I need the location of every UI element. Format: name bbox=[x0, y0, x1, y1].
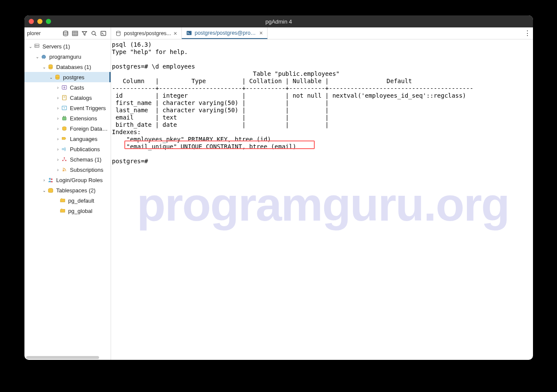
caret-down-icon[interactable]: ⌄ bbox=[28, 44, 33, 49]
tree-label: pg_default bbox=[68, 197, 109, 204]
svg-point-26 bbox=[62, 148, 64, 150]
tree-label: Servers (1) bbox=[42, 43, 109, 50]
minimize-window-button[interactable] bbox=[37, 19, 42, 24]
tree-node-databases[interactable]: ⌄ Databases (1) bbox=[24, 62, 111, 72]
terminal-line: Column | Type | Collation | Nullable | D… bbox=[112, 78, 412, 84]
caret-right-icon[interactable]: › bbox=[55, 85, 60, 90]
caret-right-icon[interactable]: › bbox=[42, 178, 47, 183]
tree-node-subscriptions[interactable]: › Subscriptions bbox=[24, 165, 111, 175]
terminal-line: Table "public.employees" bbox=[112, 70, 340, 77]
foreign-data-icon bbox=[60, 126, 68, 132]
folder-icon bbox=[59, 197, 66, 203]
catalogs-icon bbox=[60, 95, 68, 101]
caret-right-icon[interactable]: › bbox=[55, 106, 60, 111]
tree-node-database-postgres[interactable]: ⌄ postgres bbox=[24, 72, 111, 82]
tree-node-foreign-data[interactable]: › Foreign Data Wr bbox=[24, 123, 111, 134]
close-tab-icon[interactable]: × bbox=[259, 30, 263, 36]
tablespaces-icon bbox=[47, 187, 54, 193]
caret-right-icon[interactable]: › bbox=[55, 96, 60, 100]
tree-node-catalogs[interactable]: › Catalogs bbox=[24, 93, 111, 103]
sidebar-header: plorer bbox=[24, 27, 111, 39]
caret-right-icon[interactable]: › bbox=[55, 126, 60, 131]
caret-right-icon[interactable]: › bbox=[55, 147, 60, 152]
tree-node-extensions[interactable]: › Extensions bbox=[24, 113, 111, 123]
tree-label: postgres bbox=[63, 74, 108, 81]
toolbar: plorer bbox=[24, 27, 533, 39]
extensions-icon bbox=[60, 115, 68, 121]
tree-node-publications[interactable]: › Publications bbox=[24, 144, 111, 154]
tree-label: pg_global bbox=[68, 208, 109, 214]
caret-right-icon[interactable]: › bbox=[55, 157, 60, 162]
content-area: psql (16.3) Type "help" for help. postgr… bbox=[111, 39, 533, 360]
tree-node-server[interactable]: ⌄ programguru bbox=[24, 51, 111, 62]
maximize-window-button[interactable] bbox=[46, 19, 51, 24]
caret-down-icon[interactable]: ⌄ bbox=[48, 75, 54, 80]
svg-point-32 bbox=[51, 179, 53, 180]
tree-label: Catalogs bbox=[70, 95, 109, 101]
caret-right-icon[interactable]: › bbox=[55, 168, 60, 172]
tree-node-schemas[interactable]: › Schemas (1) bbox=[24, 154, 111, 165]
terminal-line: id | integer | | not null | nextval('emp… bbox=[112, 92, 466, 99]
tree-node-languages[interactable]: › Languages bbox=[24, 134, 111, 144]
main-body: ⌄ Servers (1) ⌄ programguru ⌄ bbox=[24, 39, 533, 360]
terminal-line: first_name | character varying(50) | | | bbox=[112, 99, 329, 106]
titlebar: pgAdmin 4 bbox=[24, 15, 533, 27]
tree-node-tablespaces[interactable]: ⌄ Tablespaces (2) bbox=[24, 185, 111, 195]
svg-point-13 bbox=[36, 45, 36, 45]
close-window-button[interactable] bbox=[29, 19, 34, 24]
terminal-line: postgres=# bbox=[112, 158, 148, 165]
horizontal-scrollbar[interactable] bbox=[26, 356, 99, 359]
tree-node-pg-global[interactable]: › pg_global bbox=[24, 206, 111, 216]
caret-down-icon[interactable]: ⌄ bbox=[42, 65, 47, 69]
terminal-line: email | text | | | bbox=[112, 114, 329, 121]
close-tab-icon[interactable]: × bbox=[174, 30, 177, 36]
tree-label: Languages bbox=[70, 136, 109, 142]
caret-right-icon[interactable]: › bbox=[55, 116, 60, 121]
tree-label: Tablespaces (2) bbox=[56, 187, 109, 194]
svg-rect-8 bbox=[101, 31, 105, 36]
svg-rect-12 bbox=[35, 46, 39, 48]
tab-query[interactable]: postgres/postgres... × bbox=[111, 27, 182, 39]
tree-label: Casts bbox=[70, 84, 109, 91]
publications-icon bbox=[60, 146, 68, 152]
svg-rect-23 bbox=[63, 116, 64, 117]
traffic-lights bbox=[29, 19, 51, 24]
svg-point-14 bbox=[36, 46, 36, 47]
tree-label: Publications bbox=[70, 146, 109, 153]
filter-icon[interactable] bbox=[80, 29, 89, 38]
svg-point-0 bbox=[63, 31, 68, 33]
terminal-line: ------------+-----------------------+---… bbox=[112, 85, 473, 92]
database-icon bbox=[47, 64, 54, 70]
caret-right-icon[interactable]: › bbox=[55, 137, 60, 141]
view-data-icon[interactable] bbox=[70, 29, 80, 38]
languages-icon bbox=[60, 136, 68, 142]
svg-rect-10 bbox=[187, 31, 191, 35]
caret-down-icon[interactable]: ⌄ bbox=[35, 54, 40, 59]
object-tree: ⌄ Servers (1) ⌄ programguru ⌄ bbox=[24, 39, 111, 218]
svg-line-7 bbox=[95, 34, 96, 36]
tree-node-login-roles[interactable]: › Login/Group Roles bbox=[24, 175, 111, 185]
caret-down-icon[interactable]: ⌄ bbox=[42, 188, 47, 193]
tree-node-casts[interactable]: › Casts bbox=[24, 82, 111, 93]
terminal-line: birth_date | date | | | bbox=[112, 121, 329, 128]
tree-node-pg-default[interactable]: › pg_default bbox=[24, 195, 111, 206]
tree-label: Extensions bbox=[70, 115, 109, 122]
kebab-menu-icon[interactable]: ⋮ bbox=[522, 27, 533, 39]
tree-label: Foreign Data Wr bbox=[70, 126, 109, 132]
watermark: programguru.org bbox=[111, 177, 533, 231]
database-icon bbox=[115, 30, 121, 36]
tree-node-servers[interactable]: ⌄ Servers (1) bbox=[24, 41, 111, 51]
tree-label: Subscriptions bbox=[70, 167, 109, 173]
app-window: pgAdmin 4 plorer bbox=[24, 15, 533, 360]
svg-point-6 bbox=[92, 31, 95, 35]
sidebar: ⌄ Servers (1) ⌄ programguru ⌄ bbox=[24, 39, 111, 360]
tab-psql[interactable]: postgres/postgres@programguru × bbox=[182, 27, 268, 39]
elephant-icon bbox=[40, 54, 48, 60]
query-tool-icon[interactable] bbox=[61, 29, 70, 38]
terminal-line: Indexes: bbox=[112, 129, 141, 135]
psql-terminal-icon[interactable] bbox=[99, 29, 108, 38]
search-icon[interactable] bbox=[89, 29, 99, 38]
tree-node-event-triggers[interactable]: › Event Triggers bbox=[24, 103, 111, 113]
sidebar-toolbar bbox=[61, 29, 108, 38]
terminal-line: postgres=# \d employees bbox=[112, 63, 195, 70]
